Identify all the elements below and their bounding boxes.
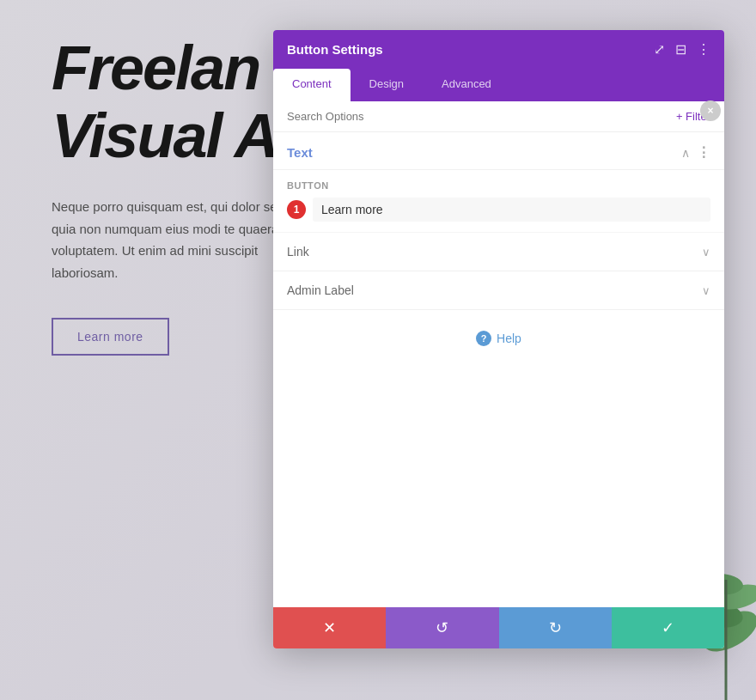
search-bar: + Filter — [273, 101, 724, 132]
panel-close-button[interactable]: × — [700, 100, 721, 121]
search-input[interactable] — [287, 110, 676, 123]
columns-icon[interactable]: ⊟ — [675, 43, 686, 57]
text-section-title: Text — [287, 145, 313, 160]
section-controls: ∧ ⋮ — [681, 144, 710, 161]
more-options-icon[interactable]: ⋮ — [697, 43, 710, 57]
button-field-group: Button 1 — [273, 170, 724, 233]
help-icon: ? — [476, 331, 491, 346]
admin-label-chevron-icon: ∨ — [702, 284, 710, 297]
link-dropdown[interactable]: Link ∨ — [273, 233, 724, 271]
panel-header-icons: ⤢ ⊟ ⋮ — [654, 43, 710, 57]
tab-content[interactable]: Content — [273, 69, 351, 102]
admin-label-label: Admin Label — [287, 283, 354, 297]
section-more-icon[interactable]: ⋮ — [697, 144, 710, 161]
panel-header: Button Settings ⤢ ⊟ ⋮ — [273, 30, 724, 69]
panel-tabs: Content Design Advanced — [273, 69, 724, 101]
undo-button[interactable]: ↺ — [386, 607, 498, 648]
action-bar: ✕ ↺ ↻ ✓ — [273, 607, 724, 648]
tab-advanced[interactable]: Advanced — [423, 69, 510, 101]
help-link[interactable]: Help — [497, 332, 521, 345]
save-button[interactable]: ✓ — [612, 607, 724, 648]
panel-spacer — [273, 367, 724, 607]
section-collapse-icon[interactable]: ∧ — [681, 146, 690, 160]
field-number-badge: 1 — [287, 200, 306, 219]
button-text-input[interactable] — [313, 198, 710, 222]
link-chevron-icon: ∨ — [702, 246, 710, 259]
settings-panel: Button Settings ⤢ ⊟ ⋮ Content Design Adv… — [273, 30, 724, 648]
redo-button[interactable]: ↻ — [499, 607, 612, 648]
panel-title: Button Settings — [287, 42, 383, 57]
help-section: ? Help — [273, 310, 724, 367]
resize-icon[interactable]: ⤢ — [654, 43, 665, 57]
button-field-input-row: 1 — [287, 198, 710, 222]
link-label: Link — [287, 245, 309, 259]
panel-body: Text ∧ ⋮ Button 1 Link ∨ Admin Label ∨ — [273, 132, 724, 367]
text-section-header: Text ∧ ⋮ — [273, 132, 724, 170]
admin-label-dropdown[interactable]: Admin Label ∨ — [273, 271, 724, 310]
cancel-button[interactable]: ✕ — [273, 607, 386, 648]
button-field-label: Button — [287, 180, 710, 191]
tab-design[interactable]: Design — [351, 69, 423, 101]
